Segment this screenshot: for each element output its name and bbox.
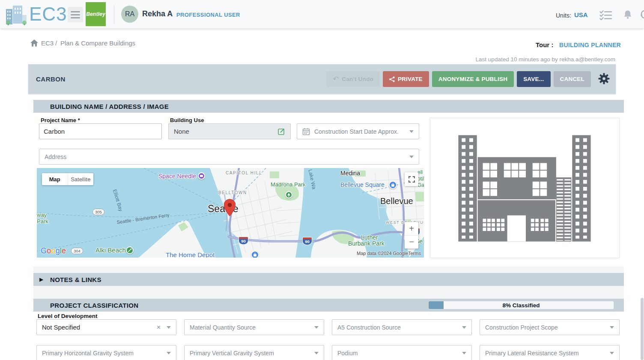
building-use-label: Building Use: [170, 117, 204, 123]
building-illustration: [431, 118, 619, 258]
map-zoom-in-button[interactable]: +: [405, 222, 418, 236]
chevron-down-icon: [167, 326, 171, 329]
map-shield-i90-east: 90: [302, 237, 312, 245]
map-poi-beach-icon: [126, 246, 134, 254]
gear-icon: [598, 73, 610, 84]
map-attribution: Map data ©2024 Google: [357, 251, 408, 256]
building-use-field[interactable]: None: [168, 123, 291, 139]
chevron-down-icon: [610, 352, 614, 354]
map-fullscreen-button[interactable]: [405, 172, 418, 186]
fullscreen-icon: [408, 176, 415, 183]
construction-start-date-field[interactable]: Construction Start Date Approx.: [297, 123, 419, 139]
settings-gear-button[interactable]: [598, 73, 610, 86]
toolbar-buttons: ↶ Can't Undo PRIVATE ANONYMIZE & PUBLISH…: [326, 71, 610, 87]
construction-project-scope-select[interactable]: Construction Project Scope: [480, 319, 620, 335]
building-image-placeholder: [430, 118, 620, 258]
a5-construction-source-select[interactable]: A5 Construction Source: [332, 319, 472, 335]
ec3-logo[interactable]: EC3: [4, 3, 67, 25]
map-label-medina: Medina: [340, 170, 360, 177]
podium-select[interactable]: Podium: [332, 345, 472, 360]
map-shield-i90-west: 90: [239, 237, 248, 245]
page-scrollbar-thumb[interactable]: [641, 298, 644, 360]
cancel-button[interactable]: CANCEL: [554, 71, 591, 87]
checklist-icon[interactable]: [599, 10, 612, 20]
undo-icon: ↶: [333, 75, 339, 84]
ec3-logo-icon: [4, 3, 27, 25]
chevron-down-icon: [314, 326, 319, 329]
chevron-down-icon: [167, 352, 171, 354]
map-label-capitol-hill: CAPITOL HILL: [226, 171, 262, 175]
map-label-belltown: BELLTOWN: [218, 190, 247, 195]
private-button[interactable]: PRIVATE: [383, 71, 429, 87]
tour-label: Tour :: [536, 41, 553, 48]
carbon-toolbar: CARBON ↶ Can't Undo PRIVATE ANONYMIZE & …: [28, 64, 616, 94]
menu-hamburger-icon[interactable]: [68, 7, 83, 22]
map-poi-space-needle-icon: [198, 172, 205, 180]
project-title: CARBON: [36, 75, 66, 83]
map-terms-link[interactable]: Terms: [408, 251, 421, 256]
units-value[interactable]: USA: [574, 11, 588, 18]
map-type-control: Map Satellite: [42, 173, 93, 185]
section-gap: [33, 286, 624, 299]
address-placeholder: Address: [45, 153, 66, 160]
classification-progress-label: 8% Classified: [429, 302, 614, 309]
avatar[interactable]: RA: [121, 6, 138, 23]
calendar-icon: [302, 128, 310, 135]
primary-horizontal-gravity-system-select[interactable]: Primary Horizontal Gravity System: [36, 345, 176, 360]
map-type-map-button[interactable]: Map: [42, 173, 68, 185]
level-of-development-label: Level of Development: [38, 313, 98, 319]
primary-lateral-resistance-system-select[interactable]: Primary Lateral Resistance System: [480, 345, 620, 360]
breadcrumb-current: Plan & Compare Buildings: [60, 39, 135, 47]
map-label-edge-2: ota: [417, 176, 424, 182]
home-icon[interactable]: [30, 39, 38, 47]
partial-edge-icon[interactable]: [641, 10, 644, 19]
map-poi-home-depot-icon: [251, 251, 259, 258]
project-name-input[interactable]: [39, 123, 162, 139]
bentley-logo[interactable]: Bentley: [86, 2, 106, 26]
project-name-label: Project Name *: [41, 117, 80, 123]
material-quantity-source-select[interactable]: Material Quantity Source: [184, 319, 324, 335]
map-label-alki-beach: Alki Beach: [95, 246, 126, 254]
section-gap: [33, 267, 624, 273]
google-logo[interactable]: Google: [41, 246, 66, 255]
user-name[interactable]: Rekha A: [142, 9, 173, 18]
units-label: Units:: [556, 12, 571, 19]
map-shield-305: 305: [92, 209, 104, 215]
breadcrumb-separator: /: [55, 39, 57, 47]
anonymize-publish-button[interactable]: ANONYMIZE & PUBLISH: [432, 71, 514, 87]
level-of-development-select[interactable]: Not Specified ×: [36, 319, 176, 335]
map-label-space-needle: Space Needle: [158, 173, 196, 180]
notes-section-header[interactable]: ▶ NOTES & LINKS: [33, 273, 624, 286]
google-map[interactable]: Space Needle CAPITOL HILL BELLTOWN Ellio…: [37, 168, 424, 258]
chevron-down-icon: [462, 326, 466, 329]
header-divider: [114, 5, 114, 24]
primary-vertical-gravity-system-select[interactable]: Primary Vertical Gravity System: [184, 345, 324, 360]
chevron-down-icon: [409, 130, 414, 133]
tour-building-planner-link[interactable]: BUILDING PLANNER: [559, 42, 621, 48]
map-label-luther-2: Burbank Park: [348, 240, 385, 247]
page: { "header": { "logo_text": "EC3", "bentl…: [0, 0, 644, 360]
map-zoom-control: + −: [405, 222, 418, 249]
edit-icon[interactable]: [278, 128, 285, 135]
map-label-home-depot: The Home Depot: [166, 251, 215, 258]
map-type-satellite-button[interactable]: Satellite: [68, 173, 94, 185]
expand-triangle-icon[interactable]: ▶: [39, 276, 43, 282]
map-poi-tree-icon: [285, 191, 292, 198]
start-date-placeholder: Construction Start Date Approx.: [314, 128, 399, 135]
breadcrumb-ec3[interactable]: EC3: [41, 39, 54, 47]
undo-button[interactable]: ↶ Can't Undo: [326, 71, 380, 87]
map-marker-pin[interactable]: [224, 199, 236, 217]
app-header: EC3 Bentley RA Rekha A PROFESSIONAL USER…: [0, 0, 644, 28]
save-button[interactable]: SAVE...: [517, 71, 550, 87]
map-label-park-edge-1: way: [37, 212, 47, 218]
classification-progress-bar: 8% Classified: [428, 301, 614, 309]
chevron-down-icon: [409, 156, 414, 158]
notifications-bell-icon[interactable]: [623, 10, 632, 19]
address-field[interactable]: Address: [39, 149, 419, 165]
chevron-down-icon: [610, 326, 614, 329]
user-role-badge: PROFESSIONAL USER: [176, 12, 240, 18]
last-updated-text: Last updated 10 minutes ago by rekha.a@b…: [476, 56, 615, 63]
map-zoom-out-button[interactable]: −: [405, 236, 418, 249]
clear-icon[interactable]: ×: [157, 324, 161, 331]
classification-section-header: PROJECT CLASSIFICATION 8% Classified: [33, 299, 624, 312]
